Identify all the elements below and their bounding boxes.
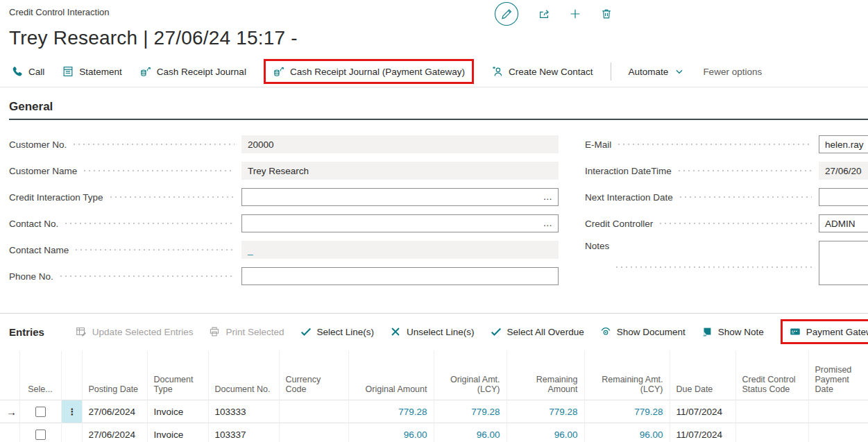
row-select-checkbox[interactable] [35,407,46,417]
row-indicator-cell [0,423,19,442]
posting-date-cell: 27/06/2024 [82,423,147,442]
contact-no-input[interactable]: … [241,214,559,232]
field-row-credit-controller: Credit Controller ADMIN [585,214,868,232]
document-type-cell: Invoice [147,400,208,423]
cash-receipt-journal-pg-label: Cash Receipt Journal (Payment Gateway) [290,67,465,77]
show-note-button[interactable]: Show Note [701,325,764,338]
cash-receipt-journal-icon [139,65,152,78]
phone-no-label: Phone No. [9,271,53,282]
statement-button[interactable]: Statement [62,65,122,78]
original-amount-cell[interactable]: 779.28 [348,400,434,423]
col-posting-date[interactable]: Posting Date [82,351,147,400]
contact-no-label: Contact No. [9,219,58,229]
customer-no-label: Customer No. [9,139,67,150]
show-document-button[interactable]: Show Document [599,325,686,338]
dotted-leader [65,223,235,224]
highlight-box-cash-receipt-journal-pg: Cash Receipt Journal (Payment Gateway) [264,59,474,84]
due-date-cell: 11/07/2024 [670,423,735,442]
original-amt-lcy-cell[interactable]: 779.28 [434,400,507,423]
unselect-lines-label: Unselect Line(s) [407,327,475,337]
assist-edit-button[interactable]: … [539,219,553,228]
credit-interaction-type-input[interactable]: … [241,188,559,206]
col-credit-control-status-code[interactable]: Credit Control Status Code [735,351,808,400]
notes-input[interactable] [819,241,868,285]
col-document-type[interactable]: Document Type [147,351,208,400]
next-interaction-date-label: Next Interaction Date [585,192,673,203]
update-selected-entries-label: Update Selected Entries [92,327,194,337]
select-all-overdue-button[interactable]: Select All Overdue [490,325,584,338]
payment-gateway-button[interactable]: Payment Gateway [789,325,868,338]
checkmark-icon [300,325,312,338]
document-no-cell[interactable]: 103333 [208,400,279,423]
dotted-leader [616,266,812,268]
window-actions [494,1,613,26]
remaining-amt-lcy-cell[interactable]: 779.28 [584,400,670,423]
current-row-indicator: → [0,400,19,423]
select-lines-button[interactable]: Select Line(s) [300,325,375,338]
notes-label: Notes [585,241,609,251]
row-select-checkbox[interactable] [35,430,46,440]
create-new-contact-button[interactable]: Create New Contact [491,65,593,78]
call-label: Call [28,67,44,77]
field-row-notes: Notes [585,241,868,285]
currency-code-cell [279,400,348,423]
unselect-lines-button[interactable]: Unselect Line(s) [389,325,475,338]
due-date-cell: 11/07/2024 [670,400,735,423]
print-selected-label: Print Selected [225,327,284,337]
field-row-email: E-Mail helen.ray [585,135,868,153]
note-icon [701,325,713,338]
remaining-amt-lcy-cell[interactable]: 96.00 [584,423,670,442]
email-input[interactable]: helen.ray [819,135,868,153]
col-remaining-amt-lcy[interactable]: Remaining Amt. (LCY) [584,351,670,400]
original-amount-cell[interactable]: 96.00 [348,423,434,442]
credit-controller-label: Credit Controller [585,219,653,229]
update-entries-icon [75,325,87,338]
table-row: → ⋮ 27/06/2024 Invoice 103333 779.28 779… [0,400,868,423]
entries-section-title: Entries [9,326,44,338]
col-original-amount[interactable]: Original Amount [348,351,434,400]
cash-receipt-journal-button[interactable]: Cash Receipt Journal [139,65,246,78]
credit-controller-input[interactable]: ADMIN [819,214,868,232]
remaining-amount-cell[interactable]: 779.28 [507,400,584,423]
fewer-options-label: Fewer options [703,67,762,77]
col-promised-payment-date[interactable]: Promised Payment Date [808,351,868,400]
general-form-right-column: E-Mail helen.ray Interaction DateTime 27… [585,135,868,294]
breadcrumb[interactable]: Credit Control Interaction [9,7,868,17]
customer-name-field: Trey Research [241,162,559,180]
contact-name-label: Contact Name [9,245,69,255]
document-no-cell[interactable]: 103337 [208,423,279,442]
actionbar-divider [611,62,611,80]
automate-menu[interactable]: Automate [629,65,686,78]
payment-card-icon [789,325,801,338]
fewer-options-button[interactable]: Fewer options [703,67,762,77]
payment-gateway-label: Payment Gateway [806,327,868,337]
edit-icon[interactable] [494,1,519,26]
col-select[interactable]: Sele... [19,351,61,400]
remaining-amount-cell[interactable]: 96.00 [507,423,584,442]
new-icon[interactable] [569,8,581,20]
table-header-row: Sele... Posting Date Document Type Docum… [0,351,868,400]
col-currency-code[interactable]: Currency Code [279,351,348,400]
dotted-leader [74,144,235,145]
col-remaining-amount[interactable]: Remaining Amount [507,351,584,400]
field-row-customer-no: Customer No. 20000 [9,135,559,153]
call-button[interactable]: Call [11,65,44,78]
cash-receipt-journal-payment-gateway-button[interactable]: Cash Receipt Journal (Payment Gateway) [273,65,465,78]
dotted-leader [76,249,235,250]
delete-icon[interactable] [600,8,613,20]
general-section-title: General [9,100,868,114]
field-row-next-interaction-date: Next Interaction Date [585,188,868,206]
field-row-credit-interaction-type: Credit Interaction Type … [9,188,559,206]
checkmark-icon [490,325,502,338]
field-row-contact-name: Contact Name _ [9,241,559,259]
phone-no-input[interactable] [241,267,559,285]
row-context-menu[interactable]: ⋮ [61,400,82,423]
next-interaction-date-input[interactable] [819,188,868,206]
share-icon[interactable] [538,8,550,20]
original-amt-lcy-cell[interactable]: 96.00 [434,423,507,442]
col-due-date[interactable]: Due Date [670,351,735,400]
col-original-amt-lcy[interactable]: Original Amt. (LCY) [434,351,507,400]
col-document-no[interactable]: Document No. [208,351,279,400]
statement-icon [62,65,74,78]
assist-edit-button[interactable]: … [539,192,553,202]
